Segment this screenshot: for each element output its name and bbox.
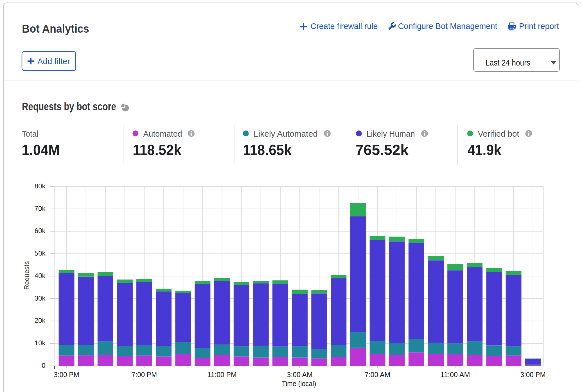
- svg-text:41.9k: 41.9k: [468, 142, 501, 158]
- svg-text:40k: 40k: [35, 272, 46, 280]
- svg-text:Requests: Requests: [23, 261, 30, 290]
- svg-text:Configure Bot Management: Configure Bot Management: [398, 22, 497, 31]
- svg-text:20k: 20k: [35, 317, 46, 324]
- svg-text:3:00 PM: 3:00 PM: [520, 370, 546, 379]
- svg-text:Verified bot: Verified bot: [478, 129, 520, 138]
- svg-text:7:00 AM: 7:00 AM: [365, 370, 390, 379]
- svg-text:118.52k: 118.52k: [133, 142, 181, 158]
- svg-text:118.65k: 118.65k: [243, 142, 292, 158]
- svg-text:50k: 50k: [35, 249, 46, 257]
- svg-text:7:00 PM: 7:00 PM: [132, 370, 157, 379]
- svg-text:0: 0: [42, 362, 45, 369]
- svg-text:70k: 70k: [35, 205, 46, 212]
- svg-text:Last 24 hours: Last 24 hours: [486, 58, 530, 67]
- svg-text:30k: 30k: [35, 294, 46, 302]
- svg-text:10k: 10k: [35, 339, 46, 347]
- svg-text:765.52k: 765.52k: [355, 142, 409, 158]
- svg-text:60k: 60k: [35, 227, 46, 235]
- svg-text:Create firewall rule: Create firewall rule: [311, 22, 378, 31]
- svg-text:Time (local): Time (local): [282, 379, 316, 388]
- svg-text:Total: Total: [22, 129, 38, 138]
- svg-text:Print report: Print report: [519, 22, 559, 31]
- svg-text:11:00 AM: 11:00 AM: [441, 370, 470, 379]
- svg-text:Bot Analytics: Bot Analytics: [22, 22, 89, 35]
- svg-text:Add filter: Add filter: [37, 57, 70, 66]
- svg-text:Likely Human: Likely Human: [367, 129, 415, 138]
- svg-text:80k: 80k: [35, 182, 46, 190]
- svg-text:1.04M: 1.04M: [22, 142, 60, 158]
- svg-text:3:00 AM: 3:00 AM: [287, 370, 313, 379]
- svg-text:11:00 PM: 11:00 PM: [207, 370, 237, 379]
- svg-text:3:00 PM: 3:00 PM: [54, 370, 79, 379]
- svg-text:Likely Automated: Likely Automated: [254, 129, 318, 138]
- svg-text:Automated: Automated: [143, 129, 182, 138]
- svg-text:Requests by bot score: Requests by bot score: [22, 101, 116, 112]
